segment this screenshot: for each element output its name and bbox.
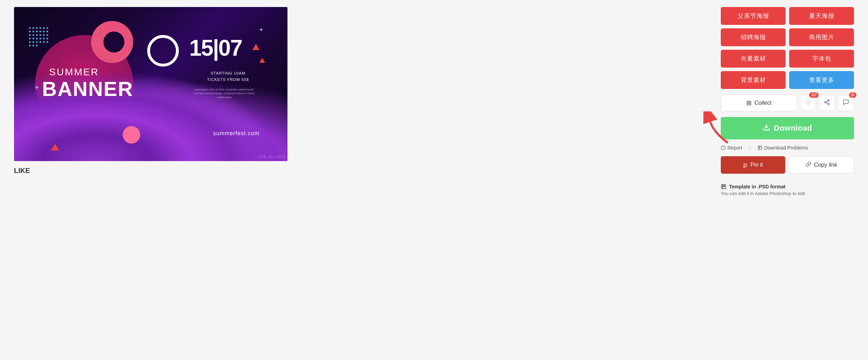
arrow-annotation	[693, 111, 735, 146]
copy-link-button[interactable]: Copy link	[789, 156, 854, 174]
svg-point-11	[47, 31, 48, 33]
svg-point-35	[828, 103, 829, 105]
svg-point-0	[29, 27, 31, 29]
svg-point-12	[29, 34, 31, 36]
svg-point-15	[40, 34, 41, 36]
report-row: Report | Download Problems	[721, 145, 854, 151]
svg-point-28	[43, 41, 45, 43]
left-panel: // Will be handled by inline rendering +…	[14, 7, 707, 196]
banner-banner-text: BANNER	[42, 77, 133, 101]
svg-point-21	[40, 38, 41, 40]
triangle3	[51, 144, 59, 151]
download-wrapper: Download	[721, 117, 854, 139]
download-icon	[762, 123, 770, 133]
template-title-text: Template in .PSD format	[729, 184, 786, 189]
dots-grid	[26, 25, 58, 53]
download-badge: 2k	[849, 92, 856, 98]
link-icon	[806, 161, 811, 168]
svg-rect-46	[721, 185, 726, 189]
tag-btn-commercial[interactable]: 商用图片	[789, 28, 854, 46]
psd-icon	[721, 184, 726, 189]
svg-point-7	[33, 31, 34, 33]
share-button[interactable]	[819, 95, 835, 111]
svg-point-27	[40, 41, 41, 43]
triangle2	[259, 58, 265, 63]
svg-point-25	[33, 41, 34, 43]
svg-point-24	[29, 41, 31, 43]
download-button[interactable]: Download	[721, 117, 854, 139]
tag-btn-background[interactable]: 背景素材	[721, 71, 786, 89]
banner-website: summerfest.com	[213, 130, 259, 137]
triangle1	[252, 44, 259, 50]
svg-point-30	[29, 45, 31, 47]
share-icon	[824, 99, 830, 107]
template-info: Template in .PSD format You can edit it …	[721, 179, 854, 196]
svg-point-20	[36, 38, 38, 40]
like-button[interactable]: ♡ 137	[800, 95, 816, 111]
banner-image: // Will be handled by inline rendering +…	[14, 7, 287, 161]
svg-point-33	[828, 99, 829, 101]
svg-point-6	[29, 31, 31, 33]
svg-point-34	[825, 101, 826, 103]
watermark: 头条 @ps同提	[258, 154, 286, 159]
problems-icon	[758, 145, 762, 150]
pinterest-icon: 𝕡	[743, 161, 748, 169]
download-problems-link[interactable]: Download Problems	[758, 145, 808, 151]
circle-dark	[103, 32, 124, 53]
svg-point-22	[43, 38, 45, 40]
cross2: +	[259, 26, 263, 34]
svg-point-23	[47, 38, 48, 40]
banner-lorem: Lorem ipsum dolor sit amet, consectetur …	[193, 88, 256, 99]
svg-point-29	[47, 41, 48, 43]
svg-point-32	[36, 45, 38, 47]
comment-button[interactable]: 2k	[838, 95, 854, 111]
social-row: 𝕡 Pin it Copy link	[721, 156, 854, 174]
cross1: +	[35, 84, 39, 91]
copy-link-label: Copy link	[814, 162, 837, 168]
tag-btn-more[interactable]: 查看更多	[789, 71, 854, 89]
svg-point-10	[43, 31, 45, 33]
template-desc: You can edit it in Adobe Photoshop to ed…	[721, 191, 854, 196]
svg-point-3	[40, 27, 41, 29]
svg-point-16	[43, 34, 45, 36]
like-label: LIKE	[14, 167, 707, 175]
collect-label: Collect	[754, 100, 772, 106]
like-badge: 137	[809, 92, 819, 98]
svg-point-26	[36, 41, 38, 43]
svg-point-13	[33, 34, 34, 36]
circle-outline3	[147, 35, 179, 67]
svg-point-9	[40, 31, 41, 33]
svg-point-8	[36, 31, 38, 33]
tag-btn-recruitment[interactable]: 招聘海报	[721, 28, 786, 46]
collect-button[interactable]: ⊞ Collect	[721, 95, 797, 111]
svg-rect-43	[758, 146, 762, 150]
collect-icon: ⊞	[746, 99, 752, 107]
svg-point-14	[36, 34, 38, 36]
template-title-row: Template in .PSD format	[721, 184, 854, 189]
banner-summer-text: SUMMER	[49, 67, 99, 78]
svg-point-1	[33, 27, 34, 29]
tag-btn-summer[interactable]: 夏天海报	[789, 7, 854, 25]
svg-point-17	[47, 34, 48, 36]
svg-point-18	[29, 38, 31, 40]
download-label: Download	[774, 124, 812, 133]
svg-point-2	[36, 27, 38, 29]
tag-btn-vector[interactable]: 矢量素材	[721, 50, 786, 68]
svg-rect-48	[724, 186, 725, 187]
tag-btn-fathers-day[interactable]: 父亲节海报	[721, 7, 786, 25]
svg-rect-47	[723, 186, 723, 188]
circle-small-pink	[123, 126, 140, 144]
tag-btn-font[interactable]: 字体包	[789, 50, 854, 68]
right-panel: 父亲节海报 夏天海报 招聘海报 商用图片 矢量素材 字体包 背景素材 查看更多 …	[721, 7, 854, 196]
comment-icon	[843, 99, 849, 107]
pin-button[interactable]: 𝕡 Pin it	[721, 156, 785, 174]
banner-date: 15|07	[189, 35, 242, 61]
svg-point-4	[43, 27, 45, 29]
tag-grid: 父亲节海报 夏天海报 招聘海报 商用图片 矢量素材 字体包 背景素材 查看更多	[721, 7, 854, 89]
action-row: ⊞ Collect ♡ 137	[721, 95, 854, 111]
pin-label: Pin it	[751, 162, 763, 168]
download-problems-label: Download Problems	[764, 145, 808, 151]
heart-icon: ♡	[805, 99, 811, 107]
banner-tickets: STARTING 10AMTICKETS FROM 50$	[207, 70, 249, 83]
svg-line-37	[826, 101, 828, 102]
